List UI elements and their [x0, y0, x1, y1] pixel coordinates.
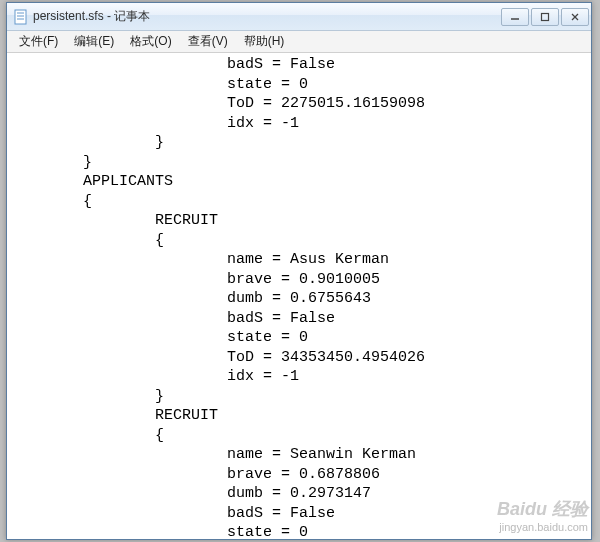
editor-area[interactable]: badS = False state = 0 ToD = 2275015.161… [7, 53, 591, 539]
notepad-icon [13, 9, 29, 25]
window-title: persistent.sfs - 记事本 [33, 8, 501, 25]
svg-rect-0 [15, 10, 26, 24]
svg-rect-5 [542, 13, 549, 20]
menu-view[interactable]: 查看(V) [180, 31, 236, 52]
menu-file[interactable]: 文件(F) [11, 31, 66, 52]
menu-format[interactable]: 格式(O) [122, 31, 179, 52]
menu-edit[interactable]: 编辑(E) [66, 31, 122, 52]
menu-help[interactable]: 帮助(H) [236, 31, 293, 52]
titlebar[interactable]: persistent.sfs - 记事本 [7, 3, 591, 31]
maximize-button[interactable] [531, 8, 559, 26]
editor-text[interactable]: badS = False state = 0 ToD = 2275015.161… [7, 53, 591, 539]
minimize-button[interactable] [501, 8, 529, 26]
notepad-window: persistent.sfs - 记事本 文件(F) 编辑(E) 格式(O) 查… [6, 2, 592, 540]
window-controls [501, 8, 589, 26]
close-button[interactable] [561, 8, 589, 26]
menubar: 文件(F) 编辑(E) 格式(O) 查看(V) 帮助(H) [7, 31, 591, 53]
